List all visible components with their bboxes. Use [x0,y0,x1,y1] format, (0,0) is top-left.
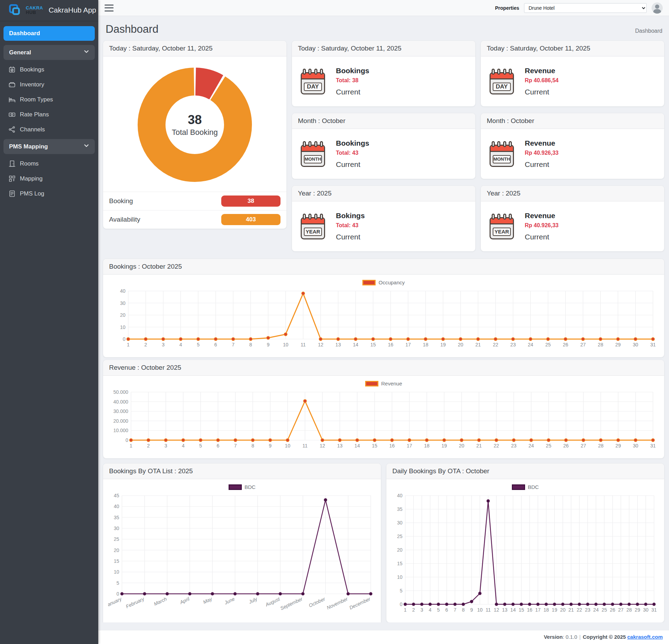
sidebar-item-mapping[interactable]: Mapping [3,172,95,185]
svg-text:29: 29 [615,342,621,347]
svg-text:8: 8 [462,607,465,613]
svg-text:10: 10 [285,443,291,449]
bookings-day-card: Today : Saturday, October 11, 2025DAYBoo… [292,40,476,107]
sidebar-item-pms-mapping[interactable]: PMS Mapping [3,139,95,154]
sidebar-item-pms-log[interactable]: PMS Log [3,187,95,200]
sidebar-item-channels[interactable]: Channels [3,123,95,136]
stat-card-header: Month : October [292,113,475,129]
svg-text:13: 13 [502,607,508,613]
stat-card-header: Today : Saturday, October 11, 2025 [481,41,664,56]
donut-row-label: Availability [109,216,140,223]
svg-text:14: 14 [354,443,360,449]
svg-text:19: 19 [440,342,446,347]
svg-text:26: 26 [563,342,568,347]
svg-text:15: 15 [372,443,377,449]
svg-text:4: 4 [429,607,432,613]
svg-text:3: 3 [164,443,167,449]
svg-text:February: February [125,596,145,610]
legend-label: Occupancy [378,279,405,285]
svg-text:July: July [247,596,258,605]
legend-swatch [365,381,378,386]
svg-text:April: April [179,596,191,605]
svg-text:4: 4 [179,342,182,347]
svg-text:0: 0 [123,336,125,342]
svg-text:30: 30 [633,342,638,347]
occupancy-line-chart[interactable]: 0102030401234567891011121314151617181920… [108,288,659,351]
svg-text:October: October [308,596,326,608]
svg-text:3: 3 [421,607,423,613]
chart-legend[interactable]: Revenue [108,379,659,389]
svg-text:25: 25 [114,536,119,542]
door-icon [8,160,16,167]
svg-text:17: 17 [535,607,541,613]
sidebar-item-label: Channels [20,126,45,133]
svg-text:5: 5 [199,443,202,449]
svg-text:20: 20 [560,607,566,613]
svg-text:25: 25 [397,534,402,539]
sidebar-item-label: General [9,49,31,56]
breadcrumb: Dashboard [635,28,662,36]
svg-text:10: 10 [114,569,119,575]
sidebar-item-dashboard[interactable]: Dashboard [3,26,95,41]
chart-legend[interactable]: BDC [391,483,659,492]
svg-text:6: 6 [214,342,217,347]
svg-text:35: 35 [397,506,402,512]
svg-text:19: 19 [552,607,558,613]
bed-icon [8,96,16,103]
properties-label: Properties [495,5,519,11]
svg-text:21: 21 [475,342,481,347]
svg-text:40.000: 40.000 [113,399,128,405]
svg-text:18: 18 [423,342,429,347]
chevron-down-icon [84,49,89,56]
svg-text:13: 13 [336,342,341,347]
calendar-month-icon: MONTH [489,141,515,167]
svg-text:3: 3 [162,342,165,347]
inventory-box-icon [8,81,16,88]
svg-text:6: 6 [445,607,448,613]
svg-text:45: 45 [114,493,119,498]
svg-text:12: 12 [494,607,499,613]
stat-total-value: Total: 43 [336,222,365,229]
user-avatar[interactable] [652,2,663,14]
footer-copyright: Copyright © 2025 [583,634,626,640]
svg-text:31: 31 [651,607,657,613]
donut-row-value-badge: 38 [221,196,280,207]
footer-link[interactable]: cakrasoft.com [627,634,663,640]
svg-text:5: 5 [400,588,402,593]
sidebar-item-inventory[interactable]: Inventory [3,78,95,91]
sidebar-item-rate-plans[interactable]: Rate Plans [3,108,95,121]
bdc-line-chart[interactable]: 0510152025303540123456789101112131415161… [391,492,660,616]
sidebar-item-bookings[interactable]: Bookings [3,63,95,76]
svg-text:10: 10 [120,324,125,330]
svg-text:40: 40 [120,288,125,294]
property-select[interactable]: Drune Hotel [524,3,647,13]
chart-legend[interactable]: Occupancy [108,278,659,288]
menu-toggle-button[interactable] [105,5,114,12]
chart-card-bookings-october-2025: Bookings : October 2025Occupancy01020304… [103,259,664,358]
svg-text:7: 7 [454,607,456,613]
bdc-line-chart[interactable]: 051015202530354045JanuaryFebruaryMarchAp… [108,492,376,622]
svg-text:16: 16 [527,607,532,613]
svg-text:29: 29 [615,443,621,449]
svg-text:27: 27 [618,607,624,613]
sidebar-item-rooms[interactable]: Rooms [3,157,95,170]
svg-text:March: March [153,596,168,607]
bokings-year-card: Year : 2025YEARBokingsTotal: 43Current [292,185,476,252]
revenue-line-chart[interactable]: 010.00020.00030.00040.00050.000123456789… [108,389,659,452]
svg-text:September: September [279,596,304,611]
svg-text:January: January [108,596,123,608]
today-booking-donut-card: Today : Saturday, October 11, 2025 38 To… [103,40,287,229]
stat-title: Bookings [336,139,369,147]
svg-text:12: 12 [318,342,323,347]
dashboard-content: Dashboard Dashboard Today : Saturday, Oc… [98,16,669,622]
stat-sub-label: Current [336,88,369,96]
chart-legend[interactable]: BDC [108,483,376,492]
chart-card-title: Bookings By OTA List : 2025 [103,463,381,479]
main-area: Properties Drune Hotel Dashboard Dashboa… [98,0,669,644]
svg-text:40: 40 [397,493,402,498]
svg-text:25: 25 [545,342,551,347]
sidebar-item-general[interactable]: General [3,45,95,60]
svg-text:1: 1 [404,607,407,613]
sidebar-item-room-types[interactable]: Room Types [3,93,95,106]
svg-text:December: December [348,596,372,611]
